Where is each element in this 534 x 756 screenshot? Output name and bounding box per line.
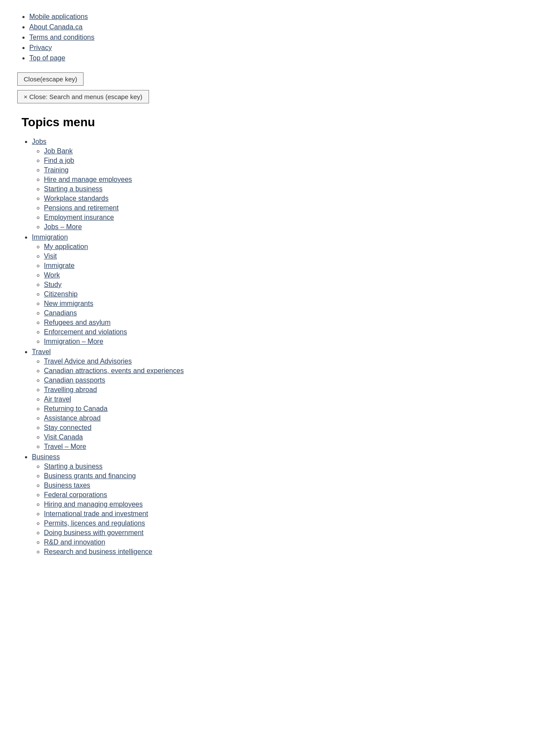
topic-sub-link[interactable]: Immigrate <box>44 262 75 269</box>
topic-sub-item: Visit <box>44 252 517 260</box>
topic-sub-link[interactable]: Returning to Canada <box>44 405 108 412</box>
topic-sub-list: Starting a businessBusiness grants and f… <box>32 463 517 556</box>
topic-section-link[interactable]: Jobs <box>32 138 47 145</box>
topic-sub-item: Business taxes <box>44 482 517 489</box>
topic-sub-link[interactable]: Visit <box>44 252 57 260</box>
topic-sub-item: My application <box>44 243 517 251</box>
topic-sub-link[interactable]: Assistance abroad <box>44 414 101 422</box>
topic-sub-item: Hiring and managing employees <box>44 501 517 508</box>
topic-section-link[interactable]: Immigration <box>32 233 68 241</box>
footer-link[interactable]: Terms and conditions <box>29 34 94 41</box>
topic-sub-link[interactable]: Starting a business <box>44 185 102 193</box>
footer-links-section: Mobile applicationsAbout Canada.caTerms … <box>17 13 517 62</box>
topic-sub-item: Workplace standards <box>44 195 517 202</box>
footer-link[interactable]: Top of page <box>29 54 65 62</box>
topic-sub-link[interactable]: Visit Canada <box>44 433 83 441</box>
topic-sub-item: Federal corporations <box>44 491 517 499</box>
topic-sub-item: Travel Advice and Advisories <box>44 358 517 365</box>
topic-section-item: ImmigrationMy applicationVisitImmigrateW… <box>32 233 517 345</box>
topic-sub-item: Canadians <box>44 309 517 317</box>
topic-sub-link[interactable]: Canadian attractions, events and experie… <box>44 367 184 374</box>
topic-sub-link[interactable]: Work <box>44 271 60 279</box>
topics-menu-section: Topics menu JobsJob BankFind a jobTraini… <box>22 115 517 556</box>
topic-sub-item: International trade and investment <box>44 510 517 518</box>
topic-sub-link[interactable]: Travelling abroad <box>44 386 97 393</box>
topic-section-link[interactable]: Business <box>32 453 60 460</box>
topic-sub-item: R&D and innovation <box>44 538 517 546</box>
close-search-button[interactable]: × Close: Search and menus (escape key) <box>17 90 149 103</box>
topic-sub-item: Travelling abroad <box>44 386 517 394</box>
footer-link-item: Mobile applications <box>29 13 517 21</box>
topic-sub-link[interactable]: My application <box>44 243 88 250</box>
topic-section-item: TravelTravel Advice and AdvisoriesCanadi… <box>32 348 517 451</box>
topic-sub-item: Hire and manage employees <box>44 176 517 184</box>
topic-sub-item: Immigration – More <box>44 338 517 345</box>
close-button-wrapper: Close(escape key) <box>17 72 517 90</box>
topic-sub-item: Enforcement and violations <box>44 328 517 336</box>
topic-sub-item: Stay connected <box>44 424 517 432</box>
topic-sub-item: Starting a business <box>44 185 517 193</box>
topic-sub-item: Canadian passports <box>44 376 517 384</box>
topic-sub-link[interactable]: Doing business with government <box>44 529 143 536</box>
topic-sub-link[interactable]: Stay connected <box>44 424 91 431</box>
footer-link[interactable]: Privacy <box>29 44 52 51</box>
topic-sub-link[interactable]: Air travel <box>44 395 71 403</box>
topic-sub-item: Jobs – More <box>44 223 517 231</box>
topic-sub-link[interactable]: Workplace standards <box>44 195 109 202</box>
topic-sub-link[interactable]: Starting a business <box>44 463 102 470</box>
topic-sub-link[interactable]: Study <box>44 281 62 288</box>
topic-section-link[interactable]: Travel <box>32 348 51 355</box>
topics-list: JobsJob BankFind a jobTrainingHire and m… <box>22 138 517 556</box>
topic-section-item: BusinessStarting a businessBusiness gran… <box>32 453 517 556</box>
topic-sub-list: Job BankFind a jobTrainingHire and manag… <box>32 147 517 231</box>
topic-sub-link[interactable]: Enforcement and violations <box>44 328 127 336</box>
footer-link[interactable]: Mobile applications <box>29 13 88 20</box>
topic-sub-item: Visit Canada <box>44 433 517 441</box>
topic-sub-item: Returning to Canada <box>44 405 517 413</box>
topic-sub-link[interactable]: Jobs – More <box>44 223 82 230</box>
topic-sub-link[interactable]: Permits, licences and regulations <box>44 520 145 527</box>
footer-link-item: Top of page <box>29 54 517 62</box>
topic-sub-link[interactable]: International trade and investment <box>44 510 148 517</box>
topic-sub-link[interactable]: Hire and manage employees <box>44 176 132 183</box>
topic-sub-list: My applicationVisitImmigrateWorkStudyCit… <box>32 243 517 345</box>
topic-sub-link[interactable]: Federal corporations <box>44 491 107 498</box>
close-search-wrapper: × Close: Search and menus (escape key) <box>17 90 517 115</box>
topic-sub-link[interactable]: Research and business intelligence <box>44 548 152 555</box>
topic-sub-link[interactable]: Job Bank <box>44 147 73 155</box>
topic-sub-link[interactable]: Hiring and managing employees <box>44 501 143 508</box>
topic-sub-link[interactable]: Travel Advice and Advisories <box>44 358 132 365</box>
topic-sub-link[interactable]: R&D and innovation <box>44 538 105 546</box>
topic-sub-link[interactable]: Business grants and financing <box>44 472 136 479</box>
topic-sub-item: Immigrate <box>44 262 517 270</box>
footer-links-list: Mobile applicationsAbout Canada.caTerms … <box>17 13 517 62</box>
topic-sub-link[interactable]: Business taxes <box>44 482 90 489</box>
topic-sub-link[interactable]: New immigrants <box>44 300 93 307</box>
topic-sub-link[interactable]: Canadian passports <box>44 376 105 384</box>
close-escape-button[interactable]: Close(escape key) <box>17 72 84 86</box>
topic-section-item: JobsJob BankFind a jobTrainingHire and m… <box>32 138 517 231</box>
topic-sub-item: Air travel <box>44 395 517 403</box>
topic-sub-link[interactable]: Pensions and retirement <box>44 204 118 212</box>
topic-sub-item: Permits, licences and regulations <box>44 520 517 527</box>
footer-link-item: Terms and conditions <box>29 34 517 41</box>
topic-sub-item: Study <box>44 281 517 289</box>
topic-sub-link[interactable]: Refugees and asylum <box>44 319 111 326</box>
topics-menu-title: Topics menu <box>22 115 517 129</box>
topic-sub-item: Job Bank <box>44 147 517 155</box>
topic-sub-link[interactable]: Travel – More <box>44 443 86 450</box>
topic-sub-item: Work <box>44 271 517 279</box>
footer-link[interactable]: About Canada.ca <box>29 23 83 31</box>
topic-sub-link[interactable]: Canadians <box>44 309 77 317</box>
topic-sub-item: Research and business intelligence <box>44 548 517 556</box>
topic-sub-link[interactable]: Immigration – More <box>44 338 103 345</box>
topic-sub-link[interactable]: Citizenship <box>44 290 78 298</box>
topic-sub-link[interactable]: Find a job <box>44 157 74 164</box>
topic-sub-item: Business grants and financing <box>44 472 517 480</box>
topic-sub-item: Find a job <box>44 157 517 165</box>
topic-sub-item: Pensions and retirement <box>44 204 517 212</box>
footer-link-item: About Canada.ca <box>29 23 517 31</box>
topic-sub-link[interactable]: Employment insurance <box>44 214 114 221</box>
topic-sub-item: Starting a business <box>44 463 517 470</box>
topic-sub-link[interactable]: Training <box>44 166 68 174</box>
